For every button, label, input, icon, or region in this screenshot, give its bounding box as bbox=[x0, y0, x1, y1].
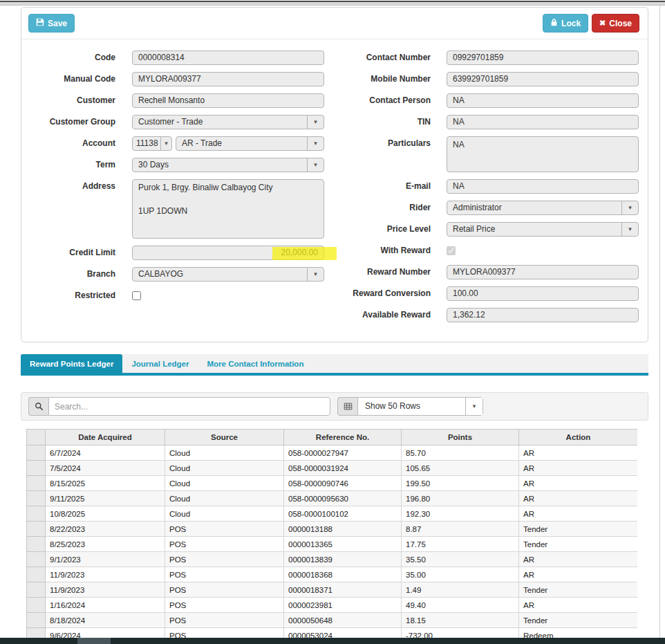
show-rows-select[interactable]: Show 50 Rows ▾ bbox=[357, 397, 483, 416]
save-button-label: Save bbox=[48, 19, 67, 28]
row-handle[interactable] bbox=[27, 613, 46, 628]
particulars-textarea[interactable]: NA bbox=[447, 136, 639, 172]
close-button[interactable]: ✖ Close bbox=[592, 14, 639, 33]
branch-select[interactable]: CALBAYOG ▾ bbox=[132, 267, 324, 282]
table-row[interactable]: 8/18/2024 POS 0000050648 18.15 Tender bbox=[27, 613, 638, 628]
table-row[interactable]: 10/8/2025 Cloud 058-0000100102 192.30 AR bbox=[27, 506, 638, 522]
header-reference-no[interactable]: Reference No. bbox=[284, 430, 402, 445]
with-reward-checkbox bbox=[447, 246, 456, 255]
chevron-down-icon[interactable]: ▾ bbox=[307, 268, 324, 281]
table-row[interactable]: 1/16/2024 POS 0000023981 49.40 AR bbox=[27, 598, 638, 613]
rider-select[interactable]: Administrator ▾ bbox=[447, 201, 639, 215]
credit-limit-input[interactable]: 20,000.00 bbox=[132, 246, 324, 260]
table-row[interactable]: 8/25/2023 POS 0000013365 17.75 Tender bbox=[27, 537, 638, 552]
cell-reference-no: 0000013365 bbox=[284, 537, 402, 552]
tab-more-contact-information[interactable]: More Contact Information bbox=[198, 354, 313, 373]
header-date-acquired[interactable]: Date Acquired bbox=[46, 430, 165, 445]
cell-date-acquired: 8/25/2023 bbox=[46, 537, 165, 552]
save-floppy-icon bbox=[36, 18, 44, 28]
row-handle[interactable] bbox=[27, 506, 46, 522]
row-handle[interactable] bbox=[27, 567, 46, 582]
tin-label: TIN bbox=[334, 115, 431, 129]
header-source[interactable]: Source bbox=[165, 430, 284, 445]
table-row[interactable]: 8/22/2023 POS 0000013188 8.87 Tender bbox=[27, 522, 638, 537]
mobile-number-input[interactable]: 639929701859 bbox=[447, 72, 639, 86]
account-name-select[interactable]: AR - Trade ▾ bbox=[176, 136, 324, 151]
row-handle[interactable] bbox=[27, 522, 46, 537]
row-handle[interactable] bbox=[27, 445, 46, 461]
price-level-select[interactable]: Retail Price ▾ bbox=[447, 222, 639, 237]
lock-button[interactable]: Lock bbox=[543, 14, 588, 33]
term-value: 30 Days bbox=[133, 158, 307, 172]
customer-input[interactable]: Rechell Monsanto bbox=[132, 93, 324, 108]
with-reward-label: With Reward bbox=[334, 243, 431, 258]
row-handle[interactable] bbox=[27, 537, 46, 552]
cell-date-acquired: 6/7/2024 bbox=[46, 445, 165, 461]
search-input[interactable] bbox=[48, 397, 330, 416]
email-input[interactable]: NA bbox=[447, 179, 639, 194]
chevron-down-icon[interactable]: ▾ bbox=[307, 137, 324, 150]
chevron-down-icon[interactable]: ▾ bbox=[621, 201, 638, 214]
row-handle[interactable] bbox=[27, 491, 46, 506]
customer-group-label: Customer Group bbox=[28, 115, 115, 129]
table-row[interactable]: 8/15/2025 Cloud 058-0000090746 199.50 AR bbox=[27, 476, 638, 491]
contact-person-input[interactable]: NA bbox=[447, 93, 639, 108]
chevron-down-icon[interactable]: ▾ bbox=[465, 398, 483, 415]
cell-points: 17.75 bbox=[402, 537, 519, 552]
particulars-label: Particulars bbox=[334, 136, 431, 151]
cell-points: 49.40 bbox=[402, 598, 519, 613]
chevron-down-icon[interactable]: ▾ bbox=[621, 223, 638, 236]
row-handle[interactable] bbox=[27, 582, 46, 598]
manual-code-input[interactable]: MYLORA009377 bbox=[132, 72, 324, 86]
row-handle[interactable] bbox=[27, 552, 46, 567]
customer-group-select[interactable]: Customer - Trade ▾ bbox=[132, 115, 324, 129]
account-name-value: AR - Trade bbox=[176, 137, 307, 150]
chevron-down-icon[interactable]: ▾ bbox=[160, 137, 171, 150]
table-row[interactable]: 9/11/2025 Cloud 058-0000095630 196.80 AR bbox=[27, 491, 638, 506]
cell-source: Cloud bbox=[165, 461, 284, 476]
code-input[interactable]: 0000008314 bbox=[132, 50, 324, 65]
cell-source: POS bbox=[165, 613, 284, 628]
tab-reward-points-ledger[interactable]: Reward Points Ledger bbox=[21, 354, 122, 373]
available-reward-input[interactable]: 1,362.12 bbox=[447, 308, 639, 322]
restricted-label: Restricted bbox=[28, 288, 115, 303]
table-row[interactable]: 11/9/2023 POS 0000018371 1.49 Tender bbox=[27, 582, 638, 598]
branch-label: Branch bbox=[28, 267, 115, 282]
reward-number-input[interactable]: MYLORA009377 bbox=[447, 265, 639, 279]
restricted-checkbox[interactable] bbox=[132, 291, 141, 300]
header-action[interactable]: Action bbox=[519, 430, 638, 445]
table-row[interactable]: 11/9/2023 POS 0000018368 35.00 AR bbox=[27, 567, 638, 582]
credit-limit-label: Credit Limit bbox=[28, 246, 115, 260]
table-row[interactable]: 9/1/2023 POS 0000013839 35.50 AR bbox=[27, 552, 638, 567]
header-points[interactable]: Points bbox=[402, 430, 519, 445]
row-handle[interactable] bbox=[27, 461, 46, 476]
horizontal-scrollbar-thumb[interactable] bbox=[77, 638, 111, 644]
horizontal-scrollbar[interactable] bbox=[0, 638, 665, 644]
chevron-down-icon[interactable]: ▾ bbox=[307, 116, 324, 129]
cell-reference-no: 0000018371 bbox=[284, 582, 402, 598]
row-handle[interactable] bbox=[27, 598, 46, 613]
table-header-row: Date Acquired Source Reference No. Point… bbox=[27, 430, 638, 445]
cell-action: Tender bbox=[519, 582, 638, 598]
table-row[interactable]: 6/7/2024 Cloud 058-0000027947 85.70 AR bbox=[27, 445, 638, 461]
cell-source: POS bbox=[165, 598, 284, 613]
tab-journal-ledger[interactable]: Journal Ledger bbox=[122, 354, 198, 373]
cell-source: Cloud bbox=[165, 476, 284, 491]
save-button[interactable]: Save bbox=[28, 14, 75, 33]
cell-action: AR bbox=[519, 445, 638, 461]
chevron-down-icon[interactable]: ▾ bbox=[307, 158, 324, 172]
account-code-select[interactable]: 11138 ▾ bbox=[132, 136, 172, 151]
tin-input[interactable]: NA bbox=[447, 115, 639, 129]
term-select[interactable]: 30 Days ▾ bbox=[132, 158, 324, 172]
address-textarea[interactable]: Purok 1, Brgy. Binaliw Calbayog City 1UP… bbox=[132, 179, 324, 239]
contact-number-input[interactable]: 09929701859 bbox=[447, 50, 639, 65]
cell-points: 8.87 bbox=[402, 522, 519, 537]
reward-conversion-input[interactable]: 100.00 bbox=[447, 286, 639, 301]
cell-source: POS bbox=[165, 537, 284, 552]
price-level-label: Price Level bbox=[334, 222, 431, 237]
search-group bbox=[28, 397, 330, 416]
row-handle[interactable] bbox=[27, 476, 46, 491]
table-row[interactable]: 7/5/2024 Cloud 058-0000031924 105.65 AR bbox=[27, 461, 638, 476]
customer-form-panel: Save Lock ✖ Close Code 0000008314 Manual… bbox=[21, 7, 648, 342]
tab-bar: Reward Points Ledger Journal Ledger More… bbox=[21, 354, 648, 373]
